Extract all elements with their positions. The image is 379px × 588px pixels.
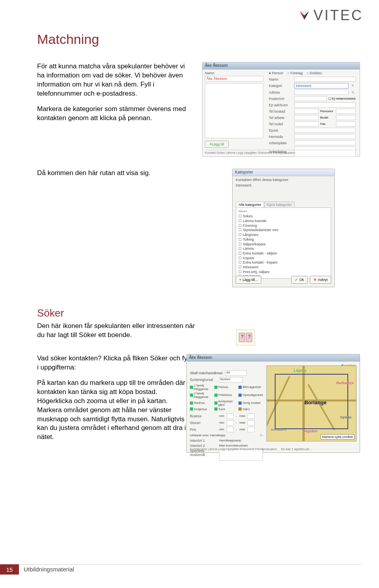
map-label: Begsäter	[302, 429, 318, 433]
page-number: 15	[0, 564, 19, 575]
inp-fax[interactable]	[336, 121, 356, 126]
sel-bostad[interactable]: Bostad	[219, 377, 243, 383]
tab-all[interactable]: Alla kategorier	[236, 202, 264, 207]
sel-kategori[interactable]: Intressent	[294, 83, 349, 89]
cancel-button[interactable]: ✕Avbryt	[310, 276, 331, 284]
category-item[interactable]: Förening	[238, 224, 328, 228]
add-button[interactable]: +Lägg till...	[236, 276, 261, 284]
bottom-tabs[interactable]: Kontakt Söker Lämna Logg Uppgifter Dokum…	[205, 150, 357, 155]
category-item[interactable]: Extra kontakt - säljare	[238, 251, 328, 256]
pencil-icon[interactable]: ✎	[350, 90, 356, 94]
type-checkbox[interactable]: Övrig bostad	[238, 400, 263, 407]
lbl-pnr: Pernonnr	[320, 109, 334, 113]
type-checkbox[interactable]: 2 familj friliggande	[190, 392, 213, 399]
lbl-bodel: Bodel	[320, 116, 334, 119]
cancel-label: Avbryt	[318, 278, 328, 282]
type-checkbox[interactable]: Tomt	[214, 407, 237, 411]
bottom-tabs[interactable]: Kontakt Sök Lämna Logg Uppgifter Dokumen…	[190, 447, 277, 451]
ok-label: Ok	[299, 278, 304, 282]
list-header: Namn	[238, 209, 328, 213]
search-persons-icon	[236, 330, 255, 345]
tab-own[interactable]: Egna kategorier	[264, 202, 295, 207]
category-item[interactable]: Styrelseledamöter mm	[238, 228, 328, 233]
radio-dodsbo[interactable]: ○ Dödsbo	[306, 71, 322, 75]
category-item[interactable]: Pres.erbj. säljare	[238, 270, 328, 275]
category-tabs[interactable]: Alla kategorier Egna kategorier	[236, 202, 331, 207]
inp-hem[interactable]	[294, 134, 356, 139]
vitec-logo: VITEC	[298, 7, 363, 24]
search-map-screenshot: Åke Åkesson ◐eniro Skall matchavräknasAl…	[186, 354, 360, 453]
pencil-icon[interactable]: ✎	[260, 433, 263, 437]
category-item[interactable]: Långivare	[238, 233, 328, 237]
map-label: Vyslan	[340, 415, 351, 419]
extra-row: Interiört 1Handikappsanp	[190, 439, 263, 443]
contact-window-screenshot: Åke Åkesson Namn Åke Åkesson ● Person ○ …	[202, 62, 360, 157]
category-item[interactable]: Extra kontakt - köpare	[238, 260, 328, 265]
f-tar: Tel arbete	[269, 116, 293, 120]
sel-all[interactable]: All	[225, 370, 247, 376]
categories-dialog-screenshot: Kategorier Kontakten tillhör dessa kateg…	[232, 169, 335, 287]
type-checkbox[interactable]: Parhus	[214, 384, 237, 391]
list-area[interactable]	[205, 83, 263, 138]
field-label: Namn	[205, 71, 263, 75]
dialog-title: Kategorier	[233, 169, 334, 176]
dialog-sub2: Intressent	[233, 183, 334, 189]
soker-p3: På kartan kan du markera upp till tre om…	[37, 379, 193, 442]
soker-p1: Den här ikonen får spekulanten eller int…	[37, 322, 195, 340]
inp-namn[interactable]	[294, 77, 356, 82]
inp-tmo[interactable]	[294, 121, 319, 126]
logo-mark-icon	[298, 9, 310, 21]
map-label: Hönsätern	[271, 428, 287, 432]
logo-text: VITEC	[313, 7, 363, 24]
inp-epost[interactable]	[294, 128, 356, 133]
inp-bodel[interactable]	[336, 115, 356, 120]
type-radios[interactable]: ● Person ○ Företag ○ Dödsbo	[269, 71, 356, 75]
type-checkbox[interactable]: Gård	[238, 407, 263, 411]
intro-text: För att kunna matcha våra spekulanter be…	[37, 62, 193, 129]
range-row: Boareamin-max	[190, 413, 263, 419]
category-item[interactable]: Säljare/köpare	[238, 242, 328, 247]
chk-reklam[interactable]: ☐ Ej reklam/utskick	[328, 97, 356, 100]
inp-pnr[interactable]	[336, 109, 356, 114]
radio-foretag[interactable]: ○ Företag	[287, 71, 302, 75]
type-checkbox[interactable]: BR/Lägenhet	[238, 384, 263, 391]
f-epost: Epost	[269, 128, 293, 132]
map-mark-button[interactable]: Markera nytta område	[321, 434, 355, 439]
ok-button[interactable]: ✔Ok	[291, 276, 308, 284]
type-checkbox[interactable]: Kedjehus	[190, 407, 213, 411]
type-checkbox[interactable]: Radhus	[190, 400, 213, 407]
add-label: Lägg till...	[242, 278, 258, 282]
intro-p1: För att kunna matcha våra spekulanter be…	[37, 62, 193, 98]
save-button[interactable]: +Lägg till	[205, 141, 229, 148]
name-input[interactable]: Åke Åkesson	[205, 76, 263, 81]
map-area[interactable]: Lägsta Barkarbys Borlänge Vyslan Hönsäte…	[266, 366, 356, 441]
utokade-label: Utökade krav: Handikapp	[190, 433, 225, 437]
inp-tbo[interactable]	[294, 109, 319, 114]
category-item[interactable]: Intressent	[238, 265, 328, 270]
inp-postnr[interactable]	[294, 96, 327, 101]
category-list[interactable]: Namn SökesLämna boendeFöreningStyrelsele…	[236, 207, 331, 279]
inp-arb[interactable]	[294, 140, 356, 145]
soker-heading: Söker	[37, 307, 360, 319]
type-checkbox[interactable]: Avstyckad gård	[214, 400, 237, 407]
type-checkbox[interactable]: 1 familj friliggande	[190, 384, 213, 391]
inp-ep[interactable]	[294, 102, 356, 107]
category-item[interactable]: Lämna boende	[238, 219, 328, 224]
type-checkbox[interactable]: Hyreslägenhet	[238, 392, 263, 399]
inp-tar[interactable]	[294, 115, 319, 120]
category-item[interactable]: Köpare	[238, 256, 328, 261]
match-label: Skall matchavräknas	[190, 371, 223, 375]
check-icon: ✔	[295, 278, 298, 282]
map-label: Lägsta	[294, 368, 306, 373]
inp-adress[interactable]	[294, 90, 349, 95]
range-row: Prismin-max	[190, 427, 263, 432]
pencil-icon[interactable]: ✎	[350, 84, 356, 88]
f-hem: Hemsida	[269, 135, 293, 139]
category-item[interactable]: Sökes	[238, 214, 328, 219]
category-item[interactable]: Lämna	[238, 247, 328, 251]
type-checkbox[interactable]: Fritidshus	[214, 392, 237, 399]
radio-person[interactable]: ● Person	[269, 71, 283, 75]
x-icon: ✕	[313, 278, 317, 282]
category-item[interactable]: Tolking	[238, 237, 328, 242]
f-adress: Adress	[269, 90, 293, 94]
